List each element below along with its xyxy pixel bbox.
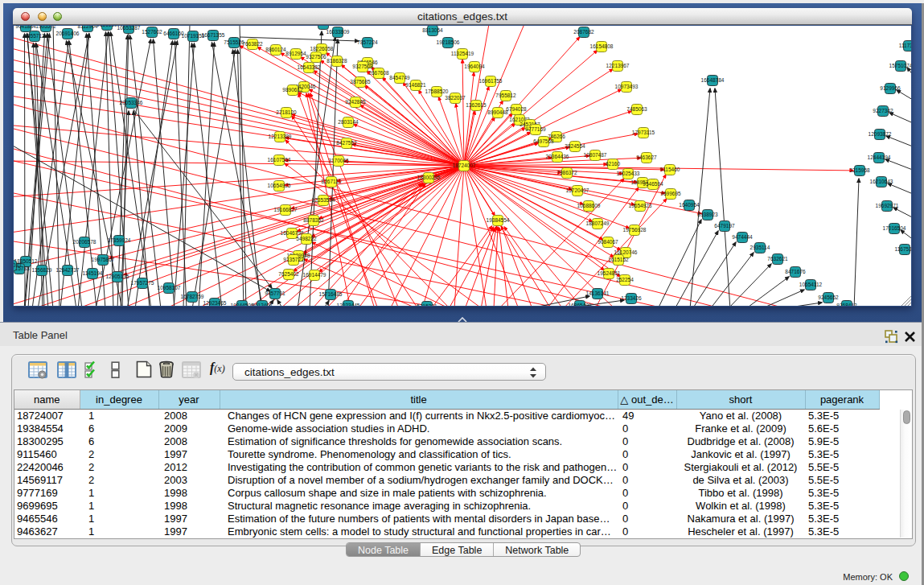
svg-text:7955812: 7955812 [495, 93, 516, 98]
svg-text:9768412: 9768412 [836, 303, 857, 306]
svg-text:16107554: 16107554 [268, 157, 291, 163]
svg-text:16210643: 16210643 [870, 179, 893, 184]
svg-text:9890612: 9890612 [282, 87, 303, 93]
svg-text:20053346: 20053346 [120, 100, 143, 105]
svg-text:8186328: 8186328 [326, 58, 347, 64]
svg-text:17359924: 17359924 [108, 237, 131, 243]
svg-text:19218506: 19218506 [437, 39, 460, 45]
svg-text:2803144: 2803144 [338, 119, 359, 125]
svg-text:1117304: 1117304 [899, 43, 911, 48]
svg-text:9227342: 9227342 [873, 108, 893, 113]
svg-text:5498222: 5498222 [296, 236, 317, 241]
svg-text:9129966: 9129966 [880, 85, 901, 91]
svg-text:8878352: 8878352 [303, 217, 324, 223]
svg-text:16120746: 16120746 [614, 249, 638, 255]
svg-text:1615152: 1615152 [608, 257, 629, 262]
svg-text:1733426: 1733426 [621, 295, 642, 301]
svg-text:19524851: 19524851 [598, 270, 621, 276]
svg-text:1362615: 1362615 [466, 102, 487, 108]
svg-text:9327506: 9327506 [306, 54, 326, 60]
svg-text:16154808: 16154808 [590, 43, 614, 49]
svg-text:10958107: 10958107 [158, 285, 181, 290]
svg-text:5315301: 5315301 [417, 303, 437, 306]
svg-text:16033809: 16033809 [326, 29, 350, 35]
svg-text:10654925: 10654925 [268, 183, 291, 188]
svg-text:17957275: 17957275 [131, 280, 154, 286]
svg-text:9366169: 9366169 [97, 26, 117, 27]
svg-text:9457791: 9457791 [265, 290, 285, 296]
svg-text:1527602: 1527602 [142, 29, 162, 35]
svg-text:15751074: 15751074 [889, 63, 911, 68]
svg-text:9084067: 9084067 [598, 239, 618, 245]
svg-text:9463627: 9463627 [636, 154, 657, 160]
svg-text:3824554: 3824554 [565, 143, 585, 149]
svg-text:6497568: 6497568 [533, 138, 554, 144]
svg-text:10653287: 10653287 [117, 26, 141, 31]
svg-text:10244506: 10244506 [231, 303, 254, 306]
svg-text:12905135: 12905135 [106, 274, 129, 279]
svg-text:9327508: 9327508 [352, 64, 373, 69]
svg-text:10973493: 10973493 [615, 84, 639, 89]
svg-text:8267110: 8267110 [322, 179, 342, 184]
svg-text:16648784: 16648784 [701, 77, 725, 83]
svg-text:3875685: 3875685 [350, 79, 371, 84]
svg-text:2718120: 2718120 [276, 109, 297, 115]
svg-text:10807487: 10807487 [584, 152, 607, 158]
svg-text:18300295: 18300295 [417, 175, 441, 180]
svg-text:16046798: 16046798 [281, 230, 304, 236]
svg-text:1640954: 1640954 [679, 202, 700, 208]
svg-text:12023445: 12023445 [337, 303, 360, 306]
svg-text:15720407: 15720407 [566, 187, 589, 193]
svg-text:9245652: 9245652 [818, 295, 839, 300]
svg-text:1167534: 1167534 [895, 246, 911, 252]
svg-text:8454749: 8454749 [389, 75, 410, 80]
svg-text:252254: 252254 [616, 277, 634, 282]
svg-text:7485063: 7485063 [626, 106, 647, 112]
svg-text:12353594: 12353594 [312, 197, 335, 203]
svg-text:9135721: 9135721 [283, 257, 304, 262]
svg-text:3215958: 3215958 [849, 167, 870, 173]
svg-text:19975867: 19975867 [92, 257, 115, 262]
svg-text:8471676: 8471676 [785, 269, 806, 274]
svg-text:17588520: 17588520 [425, 89, 449, 94]
svg-text:7625402: 7625402 [278, 271, 299, 277]
svg-text:9055712: 9055712 [24, 33, 45, 39]
svg-text:14136141: 14136141 [586, 290, 610, 296]
svg-text:7515526: 7515526 [224, 39, 244, 45]
svg-text:9612404: 9612404 [252, 303, 273, 306]
svg-text:1145194: 1145194 [83, 270, 103, 276]
svg-text:12942737: 12942737 [56, 267, 80, 273]
svg-text:1905572: 1905572 [35, 26, 56, 29]
svg-text:2935114: 2935114 [750, 245, 770, 250]
svg-text:16671355: 16671355 [202, 32, 225, 38]
svg-text:10688609: 10688609 [577, 203, 601, 208]
svg-text:17973115: 17973115 [632, 130, 655, 135]
svg-text:19692971: 19692971 [876, 203, 899, 208]
svg-text:8112904: 8112904 [78, 26, 98, 29]
svg-text:12213967: 12213967 [606, 63, 630, 68]
svg-text:1156829: 1156829 [32, 267, 52, 273]
svg-text:9115460: 9115460 [660, 167, 680, 172]
svg-text:8315033: 8315033 [14, 262, 22, 268]
svg-text:20691406: 20691406 [56, 31, 80, 36]
svg-text:15716485: 15716485 [319, 291, 343, 297]
svg-text:7632621: 7632621 [767, 256, 788, 262]
svg-text:16961755: 16961755 [479, 78, 503, 84]
svg-text:20364436: 20364436 [546, 154, 569, 159]
svg-text:12213389: 12213389 [269, 134, 292, 139]
svg-text:18226058: 18226058 [310, 46, 334, 51]
svg-text:8938923: 8938923 [697, 212, 718, 217]
svg-text:18807249: 18807249 [586, 220, 610, 226]
svg-text:6479197: 6479197 [714, 223, 735, 229]
svg-text:10025433: 10025433 [617, 171, 640, 176]
svg-text:8912954: 8912954 [285, 51, 306, 56]
svg-text:8427552: 8427552 [336, 140, 357, 146]
svg-text:12093872: 12093872 [869, 131, 892, 137]
svg-text:1964094: 1964094 [464, 64, 485, 69]
svg-text:9146821: 9146821 [405, 82, 426, 88]
svg-text:19756928: 19756928 [623, 227, 647, 233]
svg-text:1949377: 1949377 [313, 26, 334, 27]
svg-text:9777169: 9777169 [525, 126, 546, 132]
svg-text:16914479: 16914479 [303, 272, 326, 278]
svg-text:7663822: 7663822 [242, 41, 263, 47]
